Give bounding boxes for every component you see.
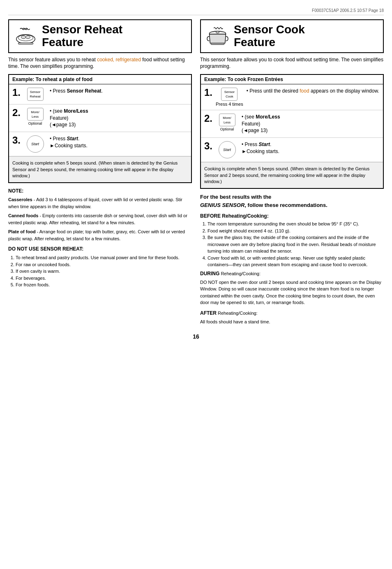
reheat-step-2: 2. More/Less Optional • (see More/LessFe… <box>9 105 191 132</box>
reheat-icon <box>13 25 38 47</box>
svg-point-1 <box>18 35 33 41</box>
reheat-step1-icon-area: SensorReheat <box>24 88 46 101</box>
reheat-do-not-item-2: For raw or uncooked foods. <box>16 261 192 268</box>
cook-intro: This sensor feature allows you to cook f… <box>200 56 384 70</box>
reheat-title: Sensor Reheat Feature <box>42 23 122 49</box>
reheat-step3-num: 3. <box>12 135 21 145</box>
reheat-note-title: NOTE: <box>8 187 192 195</box>
cook-before-item-1: The room temperature surrounding the ove… <box>208 221 384 228</box>
reheat-intro: This sensor feature allows you to reheat… <box>8 56 192 70</box>
reheat-note-canned: Canned foods - Empty contents into casse… <box>8 212 192 226</box>
cook-best-results-title: For the best results with the GENIUS SEN… <box>200 193 384 209</box>
cook-example-title: Example: To cook Frozen Entrées <box>201 75 383 84</box>
sensor-reheat-button[interactable]: SensorReheat <box>27 88 44 101</box>
sensor-cook-button[interactable]: SensorCook <box>221 88 238 101</box>
reheat-example-title: Example: To reheat a plate of food <box>9 75 191 84</box>
svg-rect-7 <box>211 43 224 45</box>
reheat-step3-text: • Press Start.►Cooking starts. <box>50 135 188 149</box>
reheat-section: Sensor Reheat Feature This sensor featur… <box>8 19 192 325</box>
cook-before-item-4: Cover food with lid, or with vented plas… <box>208 255 384 268</box>
cook-step1-text: • Press until the desired food appears o… <box>247 88 380 95</box>
cook-after-title: AFTER Reheating/Cooking: <box>200 309 384 317</box>
reheat-step2-optional: Optional <box>28 121 42 125</box>
cook-step3-text: • Press Start.►Cooking starts. <box>242 141 380 155</box>
svg-rect-6 <box>216 31 219 33</box>
svg-point-3 <box>25 35 30 38</box>
reheat-step1-text: • Press Sensor Reheat. <box>50 88 188 95</box>
reheat-do-not-list: To reheat bread and pastry products. Use… <box>8 254 192 288</box>
reheat-note-casseroles: Casseroles - Add 3 to 4 tablespoons of l… <box>8 196 192 210</box>
cook-best-results: For the best results with the GENIUS SEN… <box>200 193 384 325</box>
page-header: F00037C51AP 2006.2.5 10:57 Page 18 <box>8 8 384 15</box>
reheat-more-less-button[interactable]: More/Less <box>27 108 44 121</box>
cook-section: Sensor Cook Feature This sensor feature … <box>200 19 384 325</box>
cook-cooking-complete: Cooking is complete when 5 beeps sound. … <box>201 162 383 188</box>
reheat-do-not-section: DO NOT USE SENSOR REHEAT: To reheat brea… <box>8 245 192 288</box>
reheat-do-not-item-3: If oven cavity is warm. <box>16 268 192 275</box>
cook-step1-icon-area: SensorCook Press 4 times <box>216 88 243 107</box>
cook-during-title: DURING Reheating/Cooking: <box>200 270 384 277</box>
cook-before-list: The room temperature surrounding the ove… <box>200 221 384 268</box>
cook-step3-num: 3. <box>204 141 212 151</box>
reheat-do-not-item-5: For frozen foods. <box>16 281 192 288</box>
reheat-note-section: NOTE: Casseroles - Add 3 to 4 tablespoon… <box>8 187 192 242</box>
reheat-step1-num: 1. <box>12 88 21 98</box>
page-number: 16 <box>8 333 384 340</box>
cook-before-title: BEFORE Reheating/Cooking: <box>200 212 384 220</box>
cook-icon <box>205 25 230 47</box>
main-content: Sensor Reheat Feature This sensor featur… <box>8 19 384 325</box>
cook-press-times: Press 4 times <box>216 102 243 107</box>
cook-example-box: Example: To cook Frozen Entrées 1. Senso… <box>200 74 384 189</box>
cook-step2-text: • (see More/LessFeature)(◄page 13) <box>242 114 380 134</box>
cook-step-2: 2. More/Less Optional • (see More/LessFe… <box>201 110 383 138</box>
reheat-example-box: Example: To reheat a plate of food 1. Se… <box>8 74 192 183</box>
reheat-feature-header: Sensor Reheat Feature <box>8 19 192 53</box>
header-text: F00037C51AP 2006.2.5 10:57 Page 18 <box>312 8 384 13</box>
svg-rect-4 <box>18 43 33 44</box>
reheat-cooked-link: cooked, refrigerated <box>97 57 141 63</box>
reheat-step-1: 1. SensorReheat • Press Sensor Reheat. <box>9 84 191 105</box>
reheat-do-not-title: DO NOT USE SENSOR REHEAT: <box>8 245 192 253</box>
cook-step2-icon-area: More/Less Optional <box>216 114 238 132</box>
reheat-do-not-item-1: To reheat bread and pastry products. Use… <box>16 254 192 261</box>
svg-point-2 <box>21 35 25 38</box>
cook-during-text: DO NOT open the oven door until 2 beeps … <box>200 279 384 306</box>
cook-step2-num: 2. <box>204 114 212 123</box>
cook-feature-header: Sensor Cook Feature <box>200 19 384 53</box>
svg-point-0 <box>16 35 35 44</box>
reheat-cooking-complete: Cooking is complete when 5 beeps sound. … <box>9 156 191 182</box>
cook-step3-icon-area: Start <box>216 141 238 158</box>
cook-step-1: 1. SensorCook Press 4 times • Press unti… <box>201 84 383 110</box>
reheat-step2-num: 2. <box>12 108 21 118</box>
cook-title: Sensor Cook Feature <box>234 23 305 49</box>
reheat-step2-icon-area: More/Less Optional <box>24 108 46 126</box>
cook-step2-optional: Optional <box>220 127 234 131</box>
cook-after-text: All foods should have a stand time. <box>200 318 384 325</box>
reheat-start-button[interactable]: Start <box>27 135 44 153</box>
reheat-step2-text: • (see More/LessFeature)(◄page 13) <box>50 108 188 128</box>
cook-start-button[interactable]: Start <box>219 141 236 158</box>
cook-more-less-button[interactable]: More/Less <box>219 114 235 127</box>
cook-step-3: 3. Start • Press Start.►Cooking starts. <box>201 138 383 162</box>
reheat-note-plate: Plate of food - Arrange food on plate; t… <box>8 228 192 242</box>
cook-step1-num: 1. <box>204 88 212 98</box>
cook-before-item-3: Be sure the glass tray, the outside of t… <box>208 234 384 255</box>
reheat-do-not-item-4: For beverages. <box>16 275 192 282</box>
reheat-step-3: 3. Start • Press Start.►Cooking starts. <box>9 132 191 156</box>
cook-before-item-2: Food weight should exceed 4 oz. (110 g). <box>208 228 384 235</box>
reheat-step3-icon-area: Start <box>24 135 46 153</box>
